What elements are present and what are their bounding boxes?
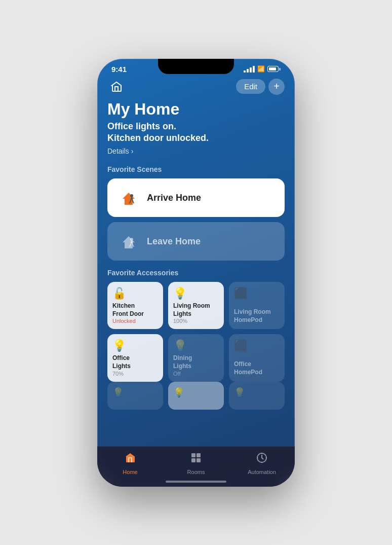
tab-automation[interactable]: Automation — [229, 452, 295, 475]
home-settings-button[interactable] — [107, 78, 126, 96]
status-icons: 📶 — [244, 65, 281, 72]
subtitle-line2: Kitchen door unlocked. — [107, 133, 209, 143]
dining-lights-tile[interactable]: 💡 DiningLights Off — [168, 334, 224, 381]
svg-rect-7 — [197, 458, 201, 462]
tab-rooms-icon — [190, 452, 202, 467]
office-lights-tile[interactable]: 💡 OfficeLights 70% — [107, 334, 163, 381]
phone-frame: 9:41 📶 — [97, 59, 295, 487]
tab-home[interactable]: Home — [97, 452, 163, 475]
kitchen-door-name: KitchenFront Door — [112, 302, 158, 318]
living-room-lights-tile[interactable]: 💡 Living RoomLights 100% — [168, 282, 224, 329]
living-room-homepod-icon: ⬛ — [234, 287, 280, 300]
kitchen-door-icon: 🔓 — [112, 287, 158, 300]
home-title: My Home — [107, 100, 285, 119]
edit-button[interactable]: Edit — [236, 79, 265, 94]
tab-automation-icon — [256, 452, 268, 467]
svg-rect-6 — [191, 458, 195, 462]
wifi-icon: 📶 — [257, 65, 265, 72]
home-indicator — [166, 481, 226, 483]
arrive-home-icon — [117, 187, 140, 209]
leave-home-scene[interactable]: Leave Home — [107, 222, 285, 261]
leave-home-label: Leave Home — [147, 236, 201, 247]
details-link[interactable]: Details › — [107, 147, 285, 155]
tab-home-icon — [124, 452, 136, 467]
accessories-grid: 🔓 KitchenFront Door Unlocked 💡 Living Ro… — [107, 282, 285, 381]
subtitle-line1: Office lights on. — [107, 121, 176, 131]
office-lights-icon: 💡 — [112, 339, 158, 352]
tab-automation-label: Automation — [248, 469, 276, 475]
top-actions: Edit + — [236, 79, 285, 95]
dining-lights-name: DiningLights — [173, 354, 219, 370]
office-homepod-icon: ⬛ — [234, 339, 280, 352]
tab-home-label: Home — [123, 469, 137, 475]
favorite-accessories-title: Favorite Accessories — [107, 269, 285, 277]
battery-icon — [267, 66, 281, 72]
status-time: 9:41 — [111, 65, 127, 74]
kitchen-door-status: Unlocked — [112, 318, 158, 324]
office-lights-status: 70% — [112, 371, 158, 377]
leave-home-icon — [117, 230, 140, 252]
svg-rect-5 — [197, 453, 201, 457]
arrive-home-scene[interactable]: Arrive Home — [107, 178, 285, 217]
top-bar: Edit + — [97, 76, 295, 100]
dining-lights-status: Off — [173, 371, 219, 377]
svg-point-3 — [130, 238, 133, 241]
living-room-homepod-name: Living RoomHomePod — [234, 308, 280, 324]
favorite-scenes-title: Favorite Scenes — [107, 165, 285, 173]
svg-marker-2 — [123, 236, 135, 248]
svg-rect-4 — [191, 453, 195, 457]
living-room-lights-icon: 💡 — [173, 287, 219, 300]
svg-point-1 — [130, 194, 133, 197]
svg-marker-0 — [123, 193, 135, 205]
dining-lights-icon: 💡 — [173, 339, 219, 352]
office-homepod-name: OfficeHomePod — [234, 360, 280, 376]
signal-icon — [244, 66, 255, 72]
office-lights-name: OfficeLights — [112, 354, 158, 370]
living-room-homepod-tile[interactable]: ⬛ Living RoomHomePod — [229, 282, 285, 329]
tab-rooms[interactable]: Rooms — [163, 452, 229, 475]
living-room-lights-status: 100% — [173, 318, 219, 324]
home-subtitle: Office lights on. Kitchen door unlocked. — [107, 121, 285, 144]
add-button[interactable]: + — [268, 79, 285, 95]
kitchen-door-tile[interactable]: 🔓 KitchenFront Door Unlocked — [107, 282, 163, 329]
arrive-home-label: Arrive Home — [147, 193, 201, 203]
favorite-accessories-section: Favorite Accessories 🔓 KitchenFront Door… — [107, 269, 285, 409]
main-content: My Home Office lights on. Kitchen door u… — [97, 100, 295, 472]
partial-accessories-row: 💡 💡 💡 — [107, 382, 285, 410]
living-room-lights-name: Living RoomLights — [173, 302, 219, 318]
office-homepod-tile[interactable]: ⬛ OfficeHomePod — [229, 334, 285, 381]
phone-inner: 9:41 📶 — [97, 59, 295, 487]
notch — [158, 59, 234, 74]
tab-rooms-label: Rooms — [187, 469, 205, 475]
